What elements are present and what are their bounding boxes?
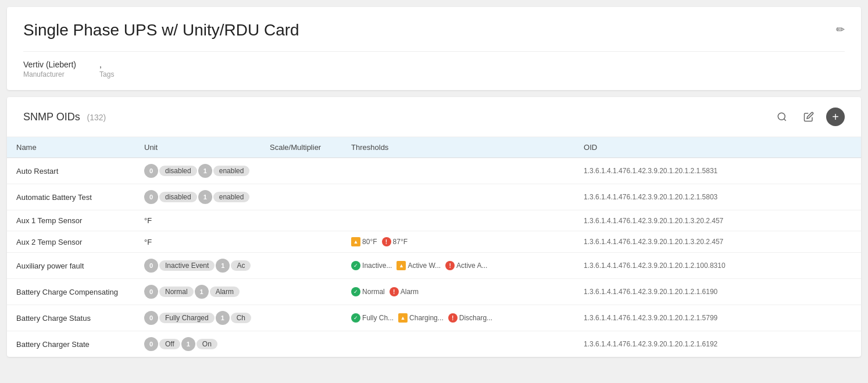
row-thresholds: ▲80°F!87°F: [342, 231, 574, 253]
threshold-item: !Discharg...: [448, 313, 492, 323]
row-scale: [260, 331, 342, 357]
row-name: Automatic Battery Test: [7, 184, 135, 210]
row-thresholds: [342, 184, 574, 210]
row-unit: 0Fully Charged1Ch: [135, 305, 260, 331]
row-unit: 0Normal1Alarm: [135, 279, 260, 305]
row-scale: [260, 253, 342, 279]
badge-number: 1: [195, 285, 209, 299]
table-row: Auto Restart0disabled1enabled1.3.6.1.4.1…: [7, 158, 861, 184]
col-oid: OID: [574, 137, 861, 158]
device-edit-icon[interactable]: ✏: [836, 23, 845, 36]
row-unit: 0disabled1enabled: [135, 184, 260, 210]
badge-number: 1: [198, 190, 212, 204]
row-thresholds: ✓Fully Ch...▲Charging...!Discharg...: [342, 305, 574, 331]
badge-label: Inactive Event: [159, 260, 215, 271]
badge-label: disabled: [159, 166, 197, 176]
edit-icon[interactable]: [799, 108, 818, 126]
row-oid: 1.3.6.1.4.1.476.1.42.3.9.20.1.20.1.3.20.…: [574, 210, 861, 231]
table-row: Battery Charge Compensating0Normal1Alarm…: [7, 279, 861, 305]
manufacturer-field: Vertiv (Liebert) Manufacturer: [23, 60, 76, 78]
badge-number: 0: [144, 259, 158, 273]
table-body: Auto Restart0disabled1enabled1.3.6.1.4.1…: [7, 158, 861, 357]
threshold-item: !Active A...: [445, 261, 487, 270]
row-thresholds: [342, 210, 574, 231]
row-scale: [260, 158, 342, 184]
add-button[interactable]: +: [826, 108, 845, 126]
tags-field: , Tags: [99, 60, 114, 78]
table-row: Aux 1 Temp Sensor°F1.3.6.1.4.1.476.1.42.…: [7, 210, 861, 231]
badge-label: Alarm: [210, 287, 240, 297]
threshold-value: Normal: [362, 288, 385, 296]
row-oid: 1.3.6.1.4.1.476.1.42.3.9.20.1.20.1.3.20.…: [574, 231, 861, 253]
badge-label: enabled: [213, 166, 250, 176]
row-name: Auto Restart: [7, 158, 135, 184]
row-oid: 1.3.6.1.4.1.476.1.42.3.9.20.1.20.1.2.1.5…: [574, 158, 861, 184]
col-scale: Scale/Multiplier: [260, 137, 342, 158]
badge-number: 1: [181, 337, 195, 351]
ok-icon: ✓: [351, 287, 360, 296]
error-icon: !: [382, 237, 391, 246]
snmp-header: SNMP OIDs (132) +: [7, 97, 861, 137]
badge-label: On: [197, 339, 217, 349]
threshold-value: Charging...: [409, 314, 444, 322]
threshold-value: Active A...: [456, 262, 487, 270]
svg-line-1: [784, 119, 785, 120]
search-icon[interactable]: [773, 108, 791, 126]
threshold-item: ▲Active W...: [397, 261, 441, 270]
badge-number: 0: [144, 311, 158, 325]
device-card: Single Phase UPS w/ Unity/RDU Card ✏ Ver…: [7, 7, 861, 90]
badge-number: 0: [144, 190, 158, 204]
badge-number: 1: [198, 164, 212, 178]
threshold-value: Discharg...: [459, 314, 492, 322]
row-oid: 1.3.6.1.4.1.476.1.42.3.9.20.1.20.1.2.1.6…: [574, 331, 861, 357]
threshold-item: ✓Normal: [351, 287, 385, 296]
snmp-card: SNMP OIDs (132) + Name Un: [7, 97, 861, 357]
row-name: Aux 1 Temp Sensor: [7, 210, 135, 231]
badge-number: 1: [216, 259, 230, 273]
threshold-item: ✓Inactive...: [351, 261, 392, 270]
table-row: Battery Charge Status0Fully Charged1Ch✓F…: [7, 305, 861, 331]
table-row: Aux 2 Temp Sensor°F▲80°F!87°F1.3.6.1.4.1…: [7, 231, 861, 253]
row-name: Aux 2 Temp Sensor: [7, 231, 135, 253]
badge-label: Fully Charged: [159, 313, 215, 323]
table-row: Battery Charger State0Off1On1.3.6.1.4.1.…: [7, 331, 861, 357]
threshold-item: ▲Charging...: [398, 313, 444, 323]
threshold-item: ✓Fully Ch...: [351, 313, 394, 323]
badge-label: Ac: [231, 260, 251, 271]
badge-label: Off: [159, 339, 180, 349]
row-oid: 1.3.6.1.4.1.476.1.42.3.9.20.1.20.1.2.1.5…: [574, 184, 861, 210]
badge-label: Ch: [231, 313, 251, 323]
row-unit: 0disabled1enabled: [135, 158, 260, 184]
row-thresholds: ✓Normal!Alarm: [342, 279, 574, 305]
row-thresholds: [342, 158, 574, 184]
badge-number: 1: [216, 311, 230, 325]
device-meta: Vertiv (Liebert) Manufacturer , Tags: [23, 51, 845, 78]
row-name: Battery Charge Compensating: [7, 279, 135, 305]
snmp-count: (132): [87, 113, 106, 122]
row-scale: [260, 305, 342, 331]
badge-number: 0: [144, 285, 158, 299]
threshold-item: !87°F: [382, 237, 408, 246]
warning-icon: ▲: [351, 237, 360, 246]
device-title: Single Phase UPS w/ Unity/RDU Card: [23, 21, 299, 40]
row-thresholds: ✓Inactive...▲Active W...!Active A...: [342, 253, 574, 279]
col-thresholds: Thresholds: [342, 137, 574, 158]
row-name: Auxiliary power fault: [7, 253, 135, 279]
row-scale: [260, 210, 342, 231]
threshold-value: Inactive...: [362, 262, 392, 270]
tags-value: ,: [99, 60, 114, 69]
threshold-item: !Alarm: [390, 287, 419, 296]
ok-icon: ✓: [351, 313, 360, 323]
row-unit: °F: [135, 231, 260, 253]
threshold-value: Active W...: [408, 262, 441, 270]
col-unit: Unit: [135, 137, 260, 158]
row-name: Battery Charger State: [7, 331, 135, 357]
row-oid: 1.3.6.1.4.1.476.1.42.3.9.20.1.20.1.2.1.6…: [574, 279, 861, 305]
warning-icon: ▲: [397, 261, 406, 270]
row-unit: 0Inactive Event1Ac: [135, 253, 260, 279]
manufacturer-label: Manufacturer: [23, 70, 76, 78]
row-unit: 0Off1On: [135, 331, 260, 357]
device-header: Single Phase UPS w/ Unity/RDU Card ✏ Ver…: [7, 7, 861, 90]
row-name: Battery Charge Status: [7, 305, 135, 331]
row-unit: °F: [135, 210, 260, 231]
